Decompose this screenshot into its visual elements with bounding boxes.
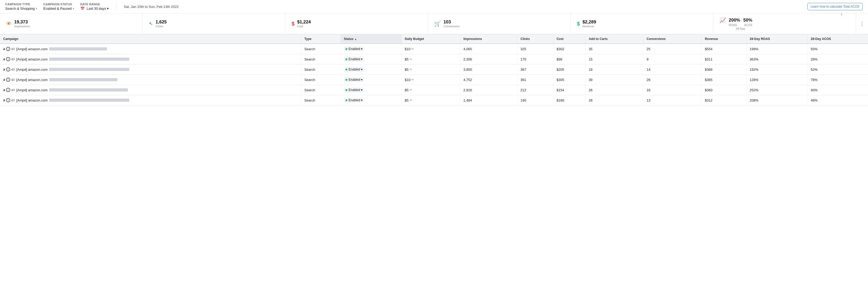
edit-icon[interactable]: ✏ xyxy=(409,67,412,71)
chart-icon: 📈 xyxy=(719,17,726,23)
revenue-value: $2,289 xyxy=(583,20,596,25)
roas28-cell: 199% xyxy=(746,43,808,54)
revenue-label: Revenue xyxy=(583,25,596,28)
add-to-carts-cell: 28 xyxy=(585,95,643,106)
info-icon: i xyxy=(6,47,10,51)
metric-revenue: $ $2,289 Revenue xyxy=(570,13,713,34)
campaign-type-value[interactable]: Search & Shopping ▾ xyxy=(5,6,37,10)
status-dot xyxy=(345,99,347,101)
impressions-value: 19,373 xyxy=(14,20,30,25)
campaign-blurred-text xyxy=(49,68,129,71)
info-icon: i xyxy=(6,88,10,92)
conversions-cell: 9 xyxy=(643,54,702,64)
metrics-bar: 👁 19,373 Impressions ↖ 1,625 Clicks $ $1… xyxy=(0,13,868,34)
info-icon: i xyxy=(6,78,10,82)
campaign-type-label: Campaign Type xyxy=(5,3,37,6)
status-dropdown[interactable]: Enabled ▾ xyxy=(344,67,364,72)
dollar-icon: $ xyxy=(291,21,294,27)
edit-icon[interactable]: ✏ xyxy=(409,57,412,61)
edit-icon[interactable]: ✏ xyxy=(411,78,414,82)
clicks-cell: 325 xyxy=(517,43,553,54)
clicks-cell: 190 xyxy=(517,95,553,106)
edit-icon[interactable]: ✏ xyxy=(409,98,412,102)
status-dropdown[interactable]: Enabled ▾ xyxy=(344,98,364,102)
conversions-cell: 26 xyxy=(643,75,702,85)
cost-cell: $154 xyxy=(553,85,585,95)
impressions-cell: 1,484 xyxy=(460,95,517,106)
status-cell: Enabled ▾ xyxy=(340,54,401,64)
type-cell: Search xyxy=(301,85,340,95)
campaign-status-caret: ▾ xyxy=(73,7,74,10)
col-status[interactable]: Status ▲ xyxy=(340,34,401,43)
top-bar: Campaign Type Search & Shopping ▾ Campai… xyxy=(0,0,868,13)
date-range-value[interactable]: Last 30 days ▾ xyxy=(87,6,109,10)
campaign-icons: a i 🏷 xyxy=(3,98,15,102)
amazon-icon: a xyxy=(3,47,5,51)
edit-icon[interactable]: ✏ xyxy=(409,88,412,92)
col-add-to-carts: Add to Carts xyxy=(585,34,643,43)
col-type: Type xyxy=(301,34,340,43)
amazon-icon: a xyxy=(3,78,5,82)
campaign-type-filter: Campaign Type Search & Shopping ▾ xyxy=(5,3,37,10)
type-cell: Search xyxy=(301,54,340,64)
add-to-carts-cell: 15 xyxy=(585,54,643,64)
revenue-cell: $385 xyxy=(702,75,746,85)
campaign-name-label: [Ampd] amazon.com xyxy=(16,47,48,51)
campaign-status-value[interactable]: Enabled & Paused ▾ xyxy=(43,6,74,10)
date-range-filter: Date Range 📅 Last 30 days ▾ xyxy=(81,3,109,10)
edit-icon[interactable]: ✏ xyxy=(411,47,414,51)
tag-icon: 🏷 xyxy=(11,88,15,92)
table-row: a i 🏷 [Ampd] amazon.com SearchEnabled ▾$… xyxy=(0,75,868,85)
tag-icon: 🏷 xyxy=(11,67,15,71)
conversions-cell: 14 xyxy=(643,64,702,75)
status-cell: Enabled ▾ xyxy=(340,64,401,75)
status-dropdown[interactable]: Enabled ▾ xyxy=(344,77,364,82)
add-to-carts-cell: 19 xyxy=(585,64,643,75)
type-cell: Search xyxy=(301,64,340,75)
tag-icon: 🏷 xyxy=(11,47,15,51)
status-caret: ▾ xyxy=(361,67,363,71)
campaign-blurred-text xyxy=(49,88,128,91)
eye-icon: 👁 xyxy=(6,21,11,27)
more-options-button[interactable]: ⋮ xyxy=(856,13,868,34)
clicks-label: Clicks xyxy=(156,25,167,28)
campaign-cell: a i 🏷 [Ampd] amazon.com xyxy=(0,43,301,54)
status-caret: ▾ xyxy=(361,98,363,102)
conversions-value: 103 xyxy=(443,20,460,25)
acos28-cell: 78% xyxy=(808,75,868,85)
tag-icon: 🏷 xyxy=(11,78,15,82)
status-dropdown[interactable]: Enabled ▾ xyxy=(344,88,364,92)
learn-acos-button[interactable]: Learn how to calculate Total ACOS xyxy=(807,3,863,10)
acos28-cell: 52% xyxy=(808,64,868,75)
budget-cell: $10✏ xyxy=(401,43,460,54)
campaign-cell: a i 🏷 [Ampd] amazon.com xyxy=(0,54,301,64)
acos28-cell: 28% xyxy=(808,54,868,64)
table-header-row: Campaign Type Status ▲ Daily Budget Impr… xyxy=(0,34,868,43)
status-dot xyxy=(345,79,347,81)
status-cell: Enabled ▾ xyxy=(340,43,401,54)
metric-conversions: 🛒 103 Conversions xyxy=(428,13,570,34)
amazon-icon: a xyxy=(3,57,5,61)
campaign-blurred-text xyxy=(49,98,129,102)
impressions-cell: 4,752 xyxy=(460,75,517,85)
metric-cost: $ $1,224 Cost xyxy=(285,13,428,34)
campaign-blurred-text xyxy=(49,47,107,51)
col-clicks: Clicks xyxy=(517,34,553,43)
add-to-carts-cell: 26 xyxy=(585,85,643,95)
status-dropdown[interactable]: Enabled ▾ xyxy=(344,47,364,51)
campaign-icons: a i 🏷 xyxy=(3,57,15,61)
amazon-icon: a xyxy=(3,88,5,92)
table-row: a i 🏷 [Ampd] amazon.com SearchEnabled ▾$… xyxy=(0,43,868,54)
impressions-cell: 3,850 xyxy=(460,64,517,75)
clicks-cell: 170 xyxy=(517,54,553,64)
clicks-value: 1,625 xyxy=(156,20,167,25)
table-row: a i 🏷 [Ampd] amazon.com SearchEnabled ▾$… xyxy=(0,64,868,75)
roas-value: 200% xyxy=(729,18,740,23)
cost-label: Cost xyxy=(297,25,311,28)
date-range-caret: ▾ xyxy=(107,6,109,10)
status-caret: ▾ xyxy=(361,78,363,82)
status-caret: ▾ xyxy=(361,57,363,61)
status-caret: ▾ xyxy=(361,47,363,51)
status-dropdown[interactable]: Enabled ▾ xyxy=(344,57,364,62)
conversions-cell: 13 xyxy=(643,95,702,106)
